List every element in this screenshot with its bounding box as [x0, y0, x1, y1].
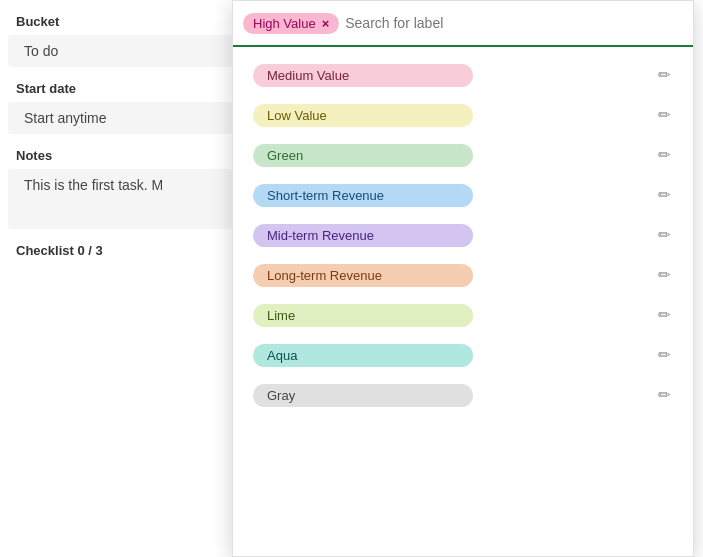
label-tag-short-term-revenue: Short-term Revenue — [253, 184, 473, 207]
label-list-item[interactable]: Medium Value✏ — [233, 55, 693, 95]
label-tag-gray: Gray — [253, 384, 473, 407]
search-input[interactable] — [345, 15, 683, 31]
edit-icon[interactable]: ✏ — [652, 382, 677, 408]
label-list-item[interactable]: Long-term Revenue✏ — [233, 255, 693, 295]
bucket-label: Bucket — [0, 0, 240, 35]
label-tag-medium-value: Medium Value — [253, 64, 473, 87]
label-tag-aqua: Aqua — [253, 344, 473, 367]
checklist-label: Checklist 0 / 3 — [0, 229, 240, 264]
bucket-value[interactable]: To do — [8, 35, 232, 67]
active-tag-label: High Value — [253, 16, 316, 31]
notes-value[interactable]: This is the first task. M — [8, 169, 232, 229]
label-list-item[interactable]: Green✏ — [233, 135, 693, 175]
edit-icon[interactable]: ✏ — [652, 342, 677, 368]
edit-icon[interactable]: ✏ — [652, 222, 677, 248]
label-list-item[interactable]: Short-term Revenue✏ — [233, 175, 693, 215]
label-list-item[interactable]: Low Value✏ — [233, 95, 693, 135]
tag-chip-close-icon[interactable]: × — [322, 16, 330, 31]
label-list-item[interactable]: Lime✏ — [233, 295, 693, 335]
left-panel: Bucket To do Start date Start anytime No… — [0, 0, 240, 557]
label-tag-long-term-revenue: Long-term Revenue — [253, 264, 473, 287]
label-list-item[interactable]: Gray✏ — [233, 375, 693, 415]
label-list-item[interactable]: Aqua✏ — [233, 335, 693, 375]
label-search-bar: High Value × — [233, 1, 693, 47]
edit-icon[interactable]: ✏ — [652, 62, 677, 88]
label-tag-mid-term-revenue: Mid-term Revenue — [253, 224, 473, 247]
label-list-item[interactable]: Mid-term Revenue✏ — [233, 215, 693, 255]
label-dropdown: High Value × Medium Value✏Low Value✏Gree… — [232, 0, 694, 557]
label-tag-lime: Lime — [253, 304, 473, 327]
edit-icon[interactable]: ✏ — [652, 102, 677, 128]
edit-icon[interactable]: ✏ — [652, 182, 677, 208]
edit-icon[interactable]: ✏ — [652, 142, 677, 168]
edit-icon[interactable]: ✏ — [652, 262, 677, 288]
label-tag-green: Green — [253, 144, 473, 167]
label-list: Medium Value✏Low Value✏Green✏Short-term … — [233, 47, 693, 556]
start-date-label: Start date — [0, 67, 240, 102]
start-date-value[interactable]: Start anytime — [8, 102, 232, 134]
active-tag-chip[interactable]: High Value × — [243, 13, 339, 34]
label-tag-low-value: Low Value — [253, 104, 473, 127]
edit-icon[interactable]: ✏ — [652, 302, 677, 328]
notes-label: Notes — [0, 134, 240, 169]
